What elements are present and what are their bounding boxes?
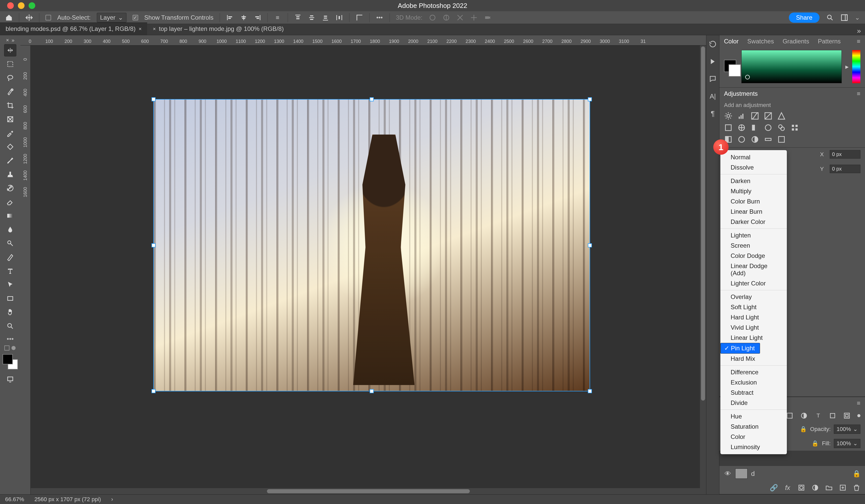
blend-mode-item[interactable]: Saturation — [720, 422, 787, 432]
blend-mode-item[interactable]: Darker Color — [720, 217, 787, 227]
color-lookup-adj-icon[interactable] — [791, 123, 799, 132]
eyedropper-tool[interactable] — [4, 127, 16, 139]
blend-mode-item[interactable]: Dissolve — [720, 162, 787, 173]
quick-mask-icon[interactable] — [11, 345, 16, 351]
panel-menu-icon[interactable]: ≡ — [857, 90, 861, 97]
delete-icon[interactable] — [853, 484, 861, 492]
canvas-area[interactable] — [31, 45, 706, 494]
blur-tool[interactable] — [4, 223, 16, 236]
group-icon[interactable] — [825, 484, 833, 492]
adjustment-layer-icon[interactable] — [811, 484, 819, 492]
distribute-h-icon[interactable] — [335, 14, 343, 22]
auto-select-checkbox[interactable] — [45, 15, 51, 21]
blend-mode-item[interactable]: Soft Light — [720, 302, 787, 312]
align-right-icon[interactable] — [254, 14, 261, 22]
new-layer-icon[interactable] — [839, 484, 846, 492]
brush-tool[interactable] — [4, 154, 16, 167]
filter-dot-icon[interactable] — [857, 414, 861, 417]
move-tool[interactable] — [4, 44, 16, 56]
panel-tab-swatches[interactable]: Swatches — [747, 38, 774, 45]
blend-mode-item[interactable]: Luminosity — [720, 442, 787, 452]
lasso-tool[interactable] — [4, 72, 16, 84]
toolbox-more-icon[interactable]: ••• — [7, 335, 13, 343]
blend-mode-item[interactable]: Color Burn — [720, 196, 787, 207]
home-icon[interactable] — [5, 14, 13, 22]
transform-handle-tl[interactable] — [151, 97, 155, 101]
levels-adj-icon[interactable] — [737, 112, 746, 120]
crop-tool[interactable] — [4, 99, 16, 112]
blend-mode-item[interactable]: Subtract — [720, 388, 787, 398]
healing-tool[interactable] — [4, 141, 16, 153]
blend-mode-item[interactable]: Multiply — [720, 186, 787, 196]
blend-mode-item[interactable]: Hue — [720, 411, 787, 422]
lock-all-icon[interactable]: 🔒 — [811, 439, 819, 447]
transform-handle-rc[interactable] — [588, 243, 592, 247]
more-align-icon[interactable]: ≡ — [274, 14, 281, 22]
window-close-button[interactable] — [7, 2, 14, 9]
pen-tool[interactable] — [4, 251, 16, 263]
filter-adj-icon[interactable] — [800, 412, 808, 420]
selective-color-adj-icon[interactable] — [777, 135, 786, 144]
hue-adj-icon[interactable] — [724, 123, 733, 132]
color-slider-arrow-icon[interactable]: ▸ — [845, 63, 849, 71]
filter-pixel-icon[interactable] — [786, 412, 794, 420]
lock-icon[interactable]: 🔒 — [799, 425, 807, 433]
comments-panel-icon[interactable] — [709, 75, 717, 83]
transform-handle-bl[interactable] — [151, 389, 155, 393]
blend-mode-item[interactable]: Darken — [720, 176, 787, 186]
blend-mode-item[interactable]: Lighten — [720, 230, 787, 241]
colorbalance-adj-icon[interactable] — [737, 123, 746, 132]
close-icon[interactable]: × — [139, 26, 142, 32]
blend-mode-item[interactable]: Color Dodge — [720, 251, 787, 261]
transform-handle-br[interactable] — [588, 389, 592, 393]
blend-mode-item[interactable]: Linear Dodge (Add) — [720, 261, 787, 278]
paragraph-panel-icon[interactable]: ¶ — [709, 110, 717, 117]
align-left-icon[interactable] — [226, 14, 234, 22]
transform-handle-bc[interactable] — [370, 389, 374, 393]
transform-handle-lc[interactable] — [151, 243, 155, 247]
panel-menu-icon[interactable]: ≡ — [857, 38, 861, 45]
workspace-icon[interactable] — [841, 14, 848, 22]
chevron-down-icon[interactable]: ⌄ — [853, 426, 857, 433]
move-tool-indicator-icon[interactable] — [25, 14, 33, 22]
distribute-bottom-icon[interactable] — [322, 14, 329, 22]
blend-mode-item[interactable]: Linear Burn — [720, 207, 787, 217]
3d-camera-icon[interactable] — [484, 14, 492, 22]
align-center-h-icon[interactable] — [240, 14, 247, 22]
history-brush-tool[interactable] — [4, 182, 16, 194]
vertical-ruler[interactable]: 02004006008001000120014001600 — [21, 45, 31, 494]
filter-smart-icon[interactable] — [843, 412, 851, 420]
3d-slide-icon[interactable] — [470, 14, 478, 22]
actions-panel-icon[interactable] — [709, 58, 717, 66]
document-canvas[interactable] — [153, 99, 590, 391]
dodge-tool[interactable] — [4, 237, 16, 249]
blend-mode-item[interactable]: Color — [720, 432, 787, 442]
color-picker-handle[interactable] — [745, 75, 750, 79]
align-to-icon[interactable] — [356, 14, 363, 22]
gradient-map-adj-icon[interactable] — [764, 135, 773, 144]
3d-rotate-icon[interactable] — [442, 14, 450, 22]
scrollbar-thumb[interactable] — [267, 489, 470, 493]
marquee-tool[interactable] — [4, 58, 16, 70]
y-field[interactable] — [830, 165, 861, 173]
foreground-background-swatch[interactable] — [2, 354, 18, 370]
background-chip[interactable] — [729, 65, 741, 77]
blend-mode-item[interactable]: Divide — [720, 398, 787, 408]
document-tab[interactable]: blending modes.psd @ 66.7% (Layer 1, RGB… — [0, 22, 147, 35]
layer-mask-icon[interactable] — [798, 484, 805, 492]
type-tool[interactable] — [4, 265, 16, 277]
close-icon[interactable]: × — [6, 37, 9, 43]
distribute-vcenter-icon[interactable] — [308, 14, 315, 22]
hand-tool[interactable] — [4, 306, 16, 318]
horizontal-ruler[interactable]: 0100200300400500600700800900100011001200… — [21, 35, 706, 45]
blend-mode-item[interactable]: Hard Light — [720, 312, 787, 323]
vibrance-adj-icon[interactable] — [777, 112, 786, 120]
blend-mode-item[interactable]: Exclusion — [720, 377, 787, 388]
document-tab[interactable]: × top layer – lighten mode.jpg @ 100% (R… — [147, 23, 289, 35]
link-layers-icon[interactable]: 🔗 — [770, 484, 777, 492]
zoom-level[interactable]: 66.67% — [5, 496, 24, 503]
window-maximize-button[interactable] — [28, 2, 35, 9]
distribute-top-icon[interactable] — [294, 14, 302, 22]
window-minimize-button[interactable] — [18, 2, 24, 9]
quick-select-tool[interactable] — [4, 85, 16, 98]
